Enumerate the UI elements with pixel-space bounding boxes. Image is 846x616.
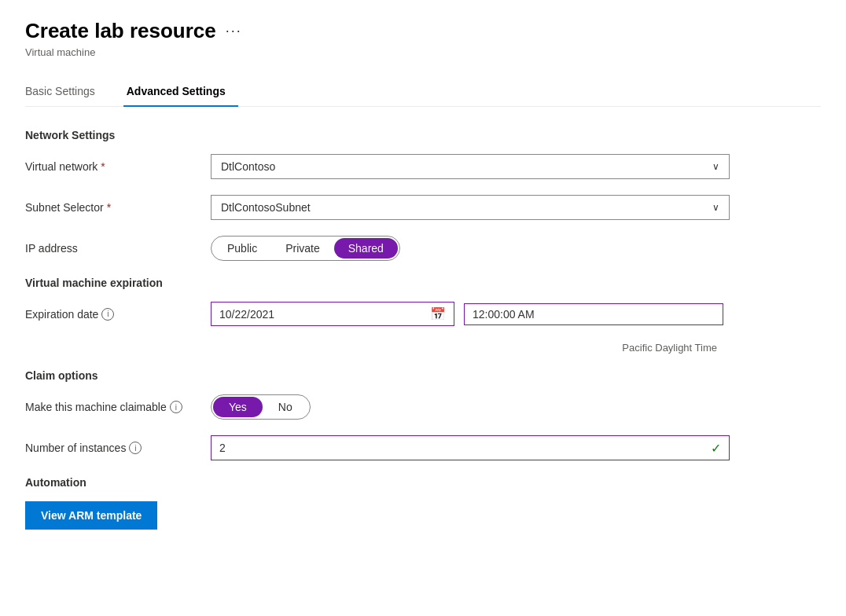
virtual-network-dropdown[interactable]: DtlContoso ∨ (211, 154, 730, 179)
tab-advanced-settings[interactable]: Advanced Settings (123, 77, 238, 107)
expiration-header: Virtual machine expiration (25, 277, 749, 289)
tab-basic-settings[interactable]: Basic Settings (25, 77, 108, 107)
virtual-network-required: * (101, 160, 105, 173)
claimable-info-icon[interactable]: i (170, 401, 182, 413)
instances-info-icon[interactable]: i (129, 442, 142, 454)
virtual-network-label: Virtual network * (25, 160, 198, 173)
timezone-text: Pacific Daylight Time (198, 342, 717, 354)
instances-row: Number of instances i ✓ (25, 435, 749, 460)
ip-shared-option[interactable]: Shared (334, 238, 398, 258)
instances-label: Number of instances i (25, 442, 198, 454)
claimable-no-option[interactable]: No (263, 397, 308, 417)
subnet-chevron-icon: ∨ (712, 202, 719, 213)
instances-input-wrapper[interactable]: ✓ (211, 435, 730, 460)
virtual-network-row: Virtual network * DtlContoso ∨ (25, 154, 749, 179)
expiration-time-input[interactable] (473, 308, 715, 321)
ip-address-label: IP address (25, 242, 198, 255)
claim-options-header: Claim options (25, 369, 749, 382)
subnet-required: * (107, 201, 111, 214)
title-row: Create lab resource ··· (25, 19, 821, 43)
subnet-selector-row: Subnet Selector * DtlContosoSubnet ∨ (25, 195, 749, 220)
claimable-yes-option[interactable]: Yes (213, 397, 263, 417)
subnet-selector-dropdown[interactable]: DtlContosoSubnet ∨ (211, 195, 730, 220)
expiration-date-info-icon[interactable]: i (101, 308, 114, 321)
ip-public-option[interactable]: Public (213, 238, 271, 258)
calendar-icon[interactable]: 📅 (430, 306, 446, 321)
expiration-date-row: Expiration date i 📅 (25, 302, 749, 326)
page-header: Create lab resource ··· Virtual machine (25, 19, 821, 58)
more-options-icon[interactable]: ··· (226, 23, 242, 39)
expiration-time-input-wrapper[interactable] (464, 303, 723, 325)
ip-private-option[interactable]: Private (271, 238, 334, 258)
claimable-row: Make this machine claimable i Yes No (25, 394, 749, 420)
timezone-row: Pacific Daylight Time (25, 342, 749, 354)
virtual-network-value: DtlContoso (221, 160, 275, 173)
automation-section: Automation View ARM template (25, 476, 749, 530)
view-arm-template-button[interactable]: View ARM template (25, 501, 157, 530)
expiration-date-input[interactable] (219, 308, 424, 321)
tabs-container: Basic Settings Advanced Settings (25, 77, 821, 107)
claimable-label: Make this machine claimable i (25, 401, 198, 413)
expiration-date-input-wrapper[interactable]: 📅 (211, 302, 454, 326)
claimable-toggle: Yes No (211, 394, 311, 420)
ip-address-toggle-group: Public Private Shared (211, 236, 400, 261)
page-subtitle: Virtual machine (25, 46, 821, 58)
network-settings-header: Network Settings (25, 129, 749, 141)
page-title: Create lab resource (25, 19, 216, 43)
expiration-date-label: Expiration date i (25, 308, 198, 321)
expiration-inputs: 📅 (211, 302, 730, 326)
subnet-selector-value: DtlContosoSubnet (221, 201, 311, 214)
virtual-network-chevron-icon: ∨ (712, 161, 719, 172)
form-content: Network Settings Virtual network * DtlCo… (25, 129, 749, 530)
automation-header: Automation (25, 476, 749, 489)
instances-check-icon: ✓ (711, 441, 721, 456)
instances-input[interactable] (219, 442, 711, 454)
ip-address-row: IP address Public Private Shared (25, 236, 749, 261)
subnet-selector-label: Subnet Selector * (25, 201, 198, 214)
